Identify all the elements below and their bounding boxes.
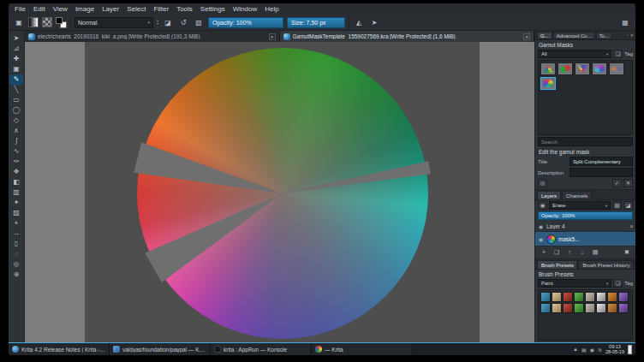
duplicate-layer-button[interactable]: ❏ <box>552 248 562 257</box>
tool-ellipse[interactable]: ◯ <box>9 105 23 116</box>
tool-fill[interactable]: ◧ <box>9 177 23 187</box>
tool-polyline[interactable]: ∧ <box>9 126 23 136</box>
snap-icon[interactable]: ➤ <box>368 17 380 28</box>
gamut-mask-thumb[interactable] <box>609 62 624 75</box>
brush-preset-thumb[interactable] <box>596 292 606 302</box>
tray-expand-icon[interactable]: ▲ <box>573 347 578 352</box>
menu-file[interactable]: File <box>15 5 26 13</box>
tab-brush-preset-history[interactable]: Brush Preset History <box>578 260 634 269</box>
blend-mode-select[interactable]: Normal ▾ <box>75 17 153 28</box>
mask-filter-select[interactable]: All ▾ <box>538 50 611 58</box>
gamut-mask-wheel[interactable] <box>133 44 432 342</box>
brush-preset-thumb[interactable] <box>596 303 606 313</box>
menu-filter[interactable]: Filter <box>153 5 169 13</box>
tool-line[interactable]: ╲ <box>9 85 23 95</box>
brush-preset-thumb[interactable] <box>585 303 595 313</box>
brush-preset-thumb[interactable] <box>552 292 562 302</box>
gamut-mask-thumb[interactable] <box>592 62 607 75</box>
tool-ellipse-select[interactable]: ◌ <box>9 249 23 259</box>
mask-title-input[interactable] <box>569 157 633 166</box>
alpha-lock-icon[interactable]: ◪ <box>623 201 633 210</box>
tab-gamut-masks[interactable]: G... <box>537 32 552 39</box>
tab-layers[interactable]: Layers <box>537 191 561 199</box>
fg-bg-colors[interactable] <box>56 17 67 28</box>
network-icon[interactable]: ≋ <box>598 347 602 353</box>
tag-icon[interactable]: ❏ <box>613 279 623 288</box>
clock[interactable]: 09:13 28-05-19 <box>605 344 624 354</box>
task-kmail[interactable]: valdyas/foundation/paypal — KM... <box>110 343 211 355</box>
menu-select[interactable]: Select <box>127 5 146 13</box>
move-layer-down-button[interactable]: ↓ <box>577 248 587 257</box>
menu-help[interactable]: Help <box>265 5 278 13</box>
menu-layer[interactable]: Layer <box>102 5 119 13</box>
save-mask-button[interactable]: ✓ <box>612 179 622 187</box>
tab-channels[interactable]: Channels <box>562 191 592 199</box>
choose-workspace-icon[interactable]: ▦ <box>619 17 631 28</box>
tab-brush-presets[interactable]: Brush Presets <box>537 260 577 269</box>
close-icon[interactable]: ✕ <box>269 33 276 40</box>
reload-preset-icon[interactable]: ↺ <box>177 17 189 28</box>
canvas-area[interactable] <box>25 42 534 342</box>
tool-crop[interactable]: ▣ <box>9 64 23 74</box>
brush-preset-thumb[interactable] <box>552 303 562 313</box>
delete-layer-button[interactable]: ✖ <box>622 248 632 257</box>
tab-advanced-color-selector[interactable]: Advanced Co... <box>553 32 595 39</box>
tool-select-shapes[interactable]: ➤ <box>9 33 23 44</box>
tool-transform[interactable]: ⊿ <box>9 44 23 54</box>
menu-window[interactable]: Window <box>233 5 257 13</box>
menu-edit[interactable]: Edit <box>33 5 45 13</box>
layer-visibility-icon[interactable]: ◉ <box>538 223 544 229</box>
toolbox-toggle-icon[interactable]: ▣ <box>13 17 25 28</box>
tool-multibrush[interactable]: ❖ <box>9 167 23 177</box>
gamut-mask-thumb[interactable] <box>575 62 590 75</box>
gamut-mask-thumb[interactable] <box>540 62 556 75</box>
task-browser[interactable]: Krita 4.2 Release Notes | Krita - ... <box>9 343 110 355</box>
add-layer-button[interactable]: + <box>539 248 549 257</box>
menu-settings[interactable]: Settings <box>200 5 225 13</box>
menu-tools[interactable]: Tools <box>176 5 193 13</box>
search-input[interactable] <box>538 137 633 146</box>
foreground-color-swatch[interactable] <box>56 17 63 24</box>
brush-preset-thumb[interactable] <box>540 292 551 302</box>
brush-preset-thumb[interactable] <box>607 303 617 313</box>
tab-touch-docker[interactable]: To... <box>596 32 612 39</box>
brush-preset-thumb[interactable] <box>607 292 617 302</box>
layer-properties-button[interactable]: ▤ <box>590 248 600 257</box>
tool-outline-select[interactable]: ◎ <box>9 259 23 270</box>
tool-move[interactable]: ✚ <box>9 54 23 64</box>
brush-preset-thumb[interactable] <box>618 292 629 302</box>
brush-size-slider[interactable]: Size: 7,50 px <box>287 17 345 28</box>
color-wheel[interactable] <box>137 48 428 339</box>
pattern-chip[interactable] <box>42 17 52 27</box>
gamut-mask-thumb-selected[interactable] <box>540 77 556 90</box>
mask-description-input[interactable] <box>569 168 633 177</box>
document-tab-2[interactable]: GamutMaskTemplate_1559027569.kra [Write … <box>280 31 535 42</box>
tag-icon[interactable]: ❏ <box>613 50 623 58</box>
close-docker-icon[interactable]: ✕ <box>630 33 634 38</box>
tool-polygon[interactable]: ◇ <box>9 116 23 126</box>
tool-freehand-path[interactable]: ∿ <box>9 146 23 157</box>
clipboard-icon[interactable]: ▤ <box>581 347 587 353</box>
layer-row-layer4[interactable]: ◉ Layer 4 a <box>535 221 635 232</box>
tool-bezier[interactable]: ∫ <box>9 136 23 146</box>
move-layer-up-button[interactable]: ↑ <box>564 248 575 257</box>
brush-preset-thumb[interactable] <box>563 303 573 313</box>
tool-zoom[interactable]: ⊕ <box>9 270 23 280</box>
layer-opacity-slider[interactable]: Opacity: 100% <box>538 211 633 220</box>
task-krita[interactable]: — Krita <box>312 343 413 355</box>
tool-freehand-brush[interactable]: ✎ <box>9 74 23 85</box>
brush-preset-thumb[interactable] <box>585 292 595 302</box>
tool-pattern-edit[interactable]: ▨ <box>9 208 23 218</box>
tool-rect-select[interactable]: ▯ <box>9 239 23 249</box>
menu-image[interactable]: Image <box>75 5 94 13</box>
layer-row-mask5[interactable]: ◉ mask5... <box>535 232 635 246</box>
task-konsole[interactable]: krita : AppRun — Konsole <box>211 343 312 355</box>
inherit-alpha-icon[interactable]: ▧ <box>612 201 622 210</box>
show-desktop-button[interactable] <box>628 345 632 354</box>
layer-visibility-icon[interactable]: ◉ <box>538 236 544 242</box>
close-icon[interactable]: ✕ <box>523 33 530 40</box>
document-image[interactable] <box>85 42 480 342</box>
volume-icon[interactable]: ◉ <box>590 347 594 353</box>
brush-preset-thumb[interactable] <box>618 303 629 313</box>
tool-assistants[interactable]: ⌖ <box>9 218 23 228</box>
